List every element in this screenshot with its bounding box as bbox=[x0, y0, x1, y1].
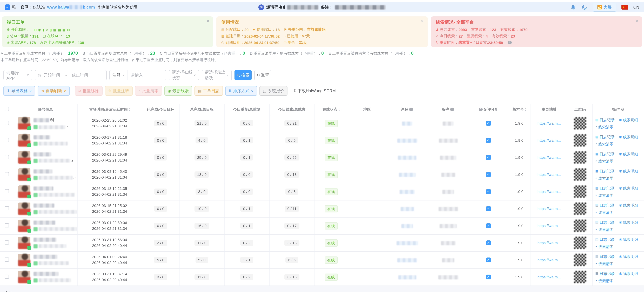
op-detail-link[interactable]: ◉线索明细 bbox=[619, 219, 638, 226]
op-clear-link[interactable]: ◔线索清零 bbox=[595, 226, 614, 233]
allow-assign-checkbox[interactable]: ✓ bbox=[486, 172, 491, 177]
work-order-log-button[interactable]: ▤工单日志 bbox=[195, 86, 223, 96]
allow-assign-checkbox[interactable]: ✓ bbox=[486, 155, 491, 160]
op-clear-link[interactable]: ◔线索清零 bbox=[595, 175, 614, 182]
done-cell: 0 / 0 bbox=[142, 115, 180, 132]
reset-button[interactable]: ↻ 重置 bbox=[254, 70, 272, 80]
app-select[interactable]: 请选择APP∨ bbox=[4, 70, 32, 80]
time-cell: 2026-03-08 19:45:402026-04-02 21:31:34 bbox=[77, 166, 142, 183]
homepage-link[interactable]: https://wa.m... bbox=[538, 275, 561, 279]
language-label[interactable]: CN bbox=[633, 5, 639, 9]
op-detail-link[interactable]: ◉线索明细 bbox=[619, 116, 638, 123]
op-clear-link[interactable]: ◔线索清零 bbox=[595, 209, 614, 216]
op-detail-link[interactable]: ◉线索明细 bbox=[619, 202, 638, 209]
col-time[interactable]: 首登时间/最后活跃时间▴▾ bbox=[77, 104, 142, 115]
op-log-link[interactable]: ▤日志记录 bbox=[595, 236, 614, 243]
sort-icons[interactable]: ▴▾ bbox=[129, 108, 130, 112]
homepage-link[interactable]: https://wa.m... bbox=[538, 207, 561, 211]
op-log-link[interactable]: ▤日志记录 bbox=[595, 116, 614, 123]
op-clear-link[interactable]: ◔线索清零 bbox=[595, 260, 614, 267]
homepage-link[interactable]: https://wa.m... bbox=[538, 172, 561, 177]
op-detail-link[interactable]: ◉线索明细 bbox=[619, 168, 638, 175]
op-clear-link[interactable]: ◔线索清零 bbox=[595, 124, 614, 130]
row-checkbox[interactable] bbox=[5, 223, 9, 228]
row-checkbox[interactable] bbox=[5, 206, 9, 210]
homepage-link[interactable]: https://wa.m... bbox=[538, 224, 561, 228]
homepage-link[interactable]: https://wa.m... bbox=[538, 241, 561, 245]
keyword-input[interactable]: 请输入 bbox=[128, 70, 166, 80]
date-range-picker[interactable]: ◷ 开始时间 ~ 截止时间 bbox=[35, 70, 107, 80]
row-checkbox[interactable] bbox=[5, 275, 9, 279]
col-version[interactable]: 版本号▴▾ bbox=[508, 104, 530, 115]
op-log-link[interactable]: ▤日志记录 bbox=[595, 168, 614, 175]
homepage-link[interactable]: https://wa.m... bbox=[538, 138, 561, 142]
gear-icon[interactable]: ⚙ bbox=[621, 107, 624, 112]
row-checkbox[interactable] bbox=[5, 121, 9, 125]
port-card: 端口工单 ✕ ⚙开启权限： ⊡◉▮✳▯▤▤▤⊠ ▯总APP数量：191▢在线AP… bbox=[2, 16, 213, 47]
dark-mode-moon-icon[interactable] bbox=[581, 4, 588, 10]
sort-icons[interactable]: ▴▾ bbox=[525, 108, 526, 112]
batch-remove-button[interactable]: ⊘批量移除 bbox=[75, 86, 102, 96]
official-site-link[interactable]: www.haiwab.com bbox=[47, 5, 95, 9]
op-detail-link[interactable]: ◉线索明细 bbox=[619, 151, 638, 157]
sort-mode-button[interactable]: ⇅排序方式∨ bbox=[225, 86, 257, 96]
op-detail-link[interactable]: ◉线索明细 bbox=[619, 253, 638, 260]
row-checkbox[interactable] bbox=[5, 189, 9, 193]
op-log-link[interactable]: ▤日志记录 bbox=[595, 202, 614, 209]
row-checkbox[interactable] bbox=[5, 172, 9, 176]
latest-clues-button[interactable]: ◉最新线索 bbox=[164, 86, 192, 96]
op-detail-link[interactable]: ◉线索明细 bbox=[619, 185, 638, 192]
close-icon[interactable]: ✕ bbox=[420, 19, 424, 23]
info-icon[interactable]: i bbox=[450, 108, 454, 111]
op-clear-link[interactable]: ◔线索清零 bbox=[595, 158, 614, 165]
info-icon[interactable]: i bbox=[409, 108, 413, 111]
op-detail-link[interactable]: ◉线索明细 bbox=[619, 236, 638, 243]
note-type-select[interactable]: 注释∨ bbox=[110, 70, 128, 80]
big-screen-button[interactable]: 大屏 bbox=[592, 3, 616, 11]
col-status[interactable]: 在线状态▴▾ bbox=[314, 104, 348, 115]
op-log-link[interactable]: ▤日志记录 bbox=[595, 253, 614, 260]
select-all-checkbox[interactable] bbox=[5, 107, 9, 111]
allow-assign-checkbox[interactable]: ✓ bbox=[486, 241, 491, 245]
allow-assign-checkbox[interactable]: ✓ bbox=[486, 121, 491, 126]
homepage-link[interactable]: https://wa.m... bbox=[538, 121, 561, 125]
op-clear-link[interactable]: ◔线索清零 bbox=[595, 243, 614, 250]
sort-icons[interactable]: ▴▾ bbox=[338, 108, 340, 112]
row-checkbox[interactable] bbox=[5, 138, 9, 142]
allow-assign-checkbox[interactable]: ✓ bbox=[486, 206, 491, 211]
download-scrm-link[interactable]: ↧下载HaiWang SCRM bbox=[290, 86, 339, 96]
op-clear-link[interactable]: ◔线索清零 bbox=[595, 141, 614, 148]
homepage-link[interactable]: https://wa.m... bbox=[538, 190, 561, 194]
op-clear-link[interactable]: ◔线索清零 bbox=[595, 277, 614, 284]
homepage-link[interactable]: https://wa.m... bbox=[538, 258, 561, 262]
batch-annotate-button[interactable]: ✎批量注释 bbox=[105, 86, 133, 96]
close-icon[interactable]: ✕ bbox=[635, 19, 638, 23]
close-icon[interactable]: ✕ bbox=[206, 19, 210, 23]
batch-clear-button[interactable]: ◔批量清零 bbox=[135, 86, 162, 96]
op-clear-link[interactable]: ◔线索清零 bbox=[595, 192, 614, 199]
online-status-select[interactable]: 请选择在线状态∨ bbox=[169, 70, 199, 80]
op-detail-link[interactable]: ◉线索明细 bbox=[619, 134, 638, 140]
op-log-link[interactable]: ▤日志记录 bbox=[595, 270, 614, 277]
op-log-link[interactable]: ▤日志记录 bbox=[595, 151, 614, 157]
last-active-select[interactable]: 请选择最近活跃∨ bbox=[202, 70, 232, 80]
allow-assign-checkbox[interactable]: ✓ bbox=[486, 189, 491, 194]
op-log-link[interactable]: ▤日志记录 bbox=[595, 219, 614, 226]
search-button[interactable]: 搜索 bbox=[234, 70, 252, 80]
op-log-link[interactable]: ▤日志记录 bbox=[595, 185, 614, 192]
op-detail-link[interactable]: ◉线索明细 bbox=[619, 270, 638, 277]
allow-assign-checkbox[interactable]: ✓ bbox=[486, 258, 491, 262]
op-log-link[interactable]: ▤日志记录 bbox=[595, 134, 614, 140]
allow-assign-checkbox[interactable]: ✓ bbox=[486, 275, 491, 279]
export-button[interactable]: ↧导出表格∨ bbox=[4, 86, 36, 96]
auto-refresh-button[interactable]: ↻自动刷新∨ bbox=[38, 86, 70, 96]
system-quote-button[interactable]: ▢系统报价 bbox=[260, 86, 288, 96]
question-icon[interactable]: ? bbox=[479, 108, 483, 111]
allow-assign-checkbox[interactable]: ✓ bbox=[486, 223, 491, 228]
row-checkbox[interactable] bbox=[5, 241, 9, 245]
homepage-link[interactable]: https://wa.m... bbox=[538, 155, 561, 160]
row-checkbox[interactable] bbox=[5, 258, 9, 262]
allow-assign-checkbox[interactable]: ✓ bbox=[486, 138, 491, 143]
row-checkbox[interactable] bbox=[5, 155, 9, 159]
bell-icon[interactable] bbox=[570, 4, 576, 10]
